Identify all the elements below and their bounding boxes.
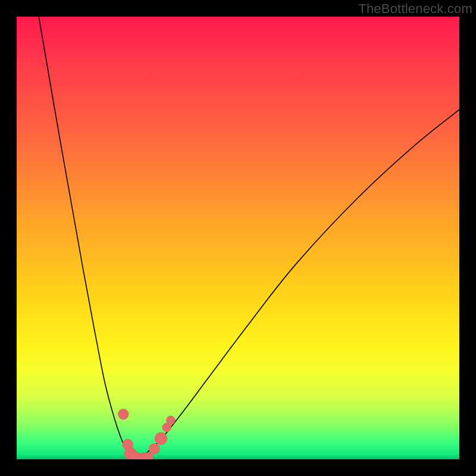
chart-svg (17, 17, 459, 459)
data-marker (166, 416, 175, 425)
watermark-text: TheBottleneck.com (358, 1, 472, 17)
curve-left-branch (39, 17, 136, 459)
outer-frame: TheBottleneck.com (0, 0, 476, 476)
marker-group (118, 409, 175, 459)
plot-area (17, 17, 459, 459)
curve-right-branch (136, 109, 459, 459)
data-marker (118, 409, 129, 419)
data-marker (155, 433, 167, 445)
data-marker (149, 443, 159, 454)
